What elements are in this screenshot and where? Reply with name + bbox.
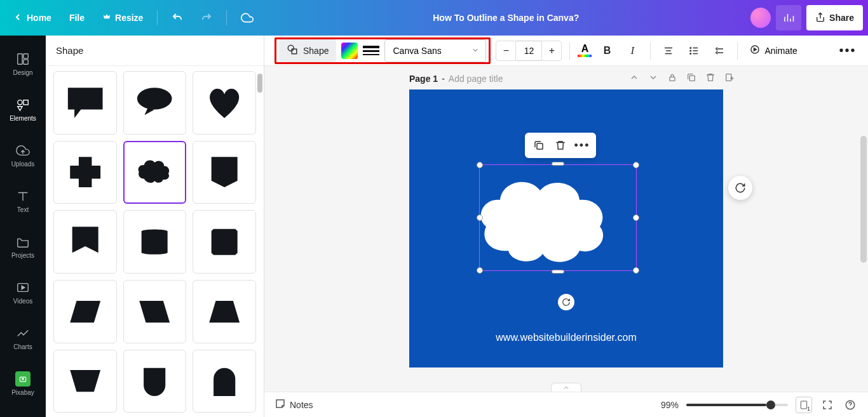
- resize-handle-mr[interactable]: [633, 215, 639, 221]
- align-button[interactable]: [658, 41, 679, 61]
- more-button[interactable]: •••: [837, 41, 858, 61]
- delete-page-button[interactable]: [705, 72, 715, 84]
- list-button[interactable]: [684, 41, 704, 61]
- zoom-controls: 99% 1: [661, 397, 858, 413]
- shape-speech-bubble[interactable]: [123, 71, 187, 135]
- svg-rect-0: [18, 53, 22, 64]
- shape-arch-u[interactable]: [123, 350, 187, 413]
- shape-tool-icon: [287, 44, 298, 57]
- text-color-button[interactable]: A: [578, 44, 592, 57]
- page-count-button[interactable]: 1: [796, 397, 812, 413]
- svg-rect-16: [689, 76, 695, 81]
- sidebar-item-videos[interactable]: Videos: [0, 269, 46, 315]
- rotate-handle[interactable]: [558, 294, 574, 310]
- fill-color-button[interactable]: [341, 43, 358, 59]
- shape-tool-button[interactable]: Shape: [279, 39, 336, 62]
- shape-ribbon[interactable]: [53, 210, 117, 274]
- document-title[interactable]: How To Outline a Shape in Canva?: [261, 13, 750, 23]
- share-label: Share: [829, 13, 854, 23]
- topbar-left: Home File Resize: [5, 5, 261, 30]
- page-separator: -: [442, 74, 445, 84]
- separator: [157, 10, 158, 25]
- delete-element-button[interactable]: [552, 136, 569, 154]
- font-size-decrease[interactable]: −: [496, 41, 516, 61]
- shape-label[interactable]: [123, 210, 187, 274]
- crown-icon: [102, 13, 111, 23]
- home-button[interactable]: Home: [5, 5, 59, 30]
- share-button[interactable]: Share: [806, 5, 863, 30]
- shape-heart[interactable]: [193, 71, 256, 135]
- resize-handle-mb[interactable]: [552, 270, 564, 274]
- shape-arch[interactable]: [193, 350, 256, 413]
- element-float-toolbar: •••: [525, 133, 596, 158]
- animate-button[interactable]: Animate: [745, 44, 801, 57]
- collapse-timeline-tab[interactable]: [551, 383, 581, 392]
- canvas-area[interactable]: Page 1 - Add page title •••: [264, 66, 868, 392]
- file-label: File: [69, 13, 85, 23]
- resize-handle-bl[interactable]: [477, 267, 483, 274]
- regenerate-button[interactable]: [728, 176, 752, 200]
- selection-box[interactable]: [479, 164, 637, 271]
- undo-button[interactable]: [164, 5, 191, 30]
- sidebar-item-elements[interactable]: Elements: [0, 86, 46, 132]
- spacing-button[interactable]: [709, 41, 729, 61]
- sidebar-item-uploads[interactable]: Uploads: [0, 132, 46, 178]
- resize-handle-tl[interactable]: [477, 162, 483, 168]
- sidebar-item-charts[interactable]: Charts: [0, 315, 46, 361]
- sidebar-item-label: Videos: [13, 298, 32, 305]
- zoom-slider[interactable]: [686, 404, 788, 406]
- svg-point-12: [690, 50, 691, 51]
- resize-handle-mt[interactable]: [552, 162, 564, 166]
- shape-parallelogram-right[interactable]: [123, 280, 187, 343]
- zoom-value[interactable]: 99%: [661, 400, 679, 410]
- font-size-increase[interactable]: +: [541, 41, 562, 61]
- bold-button[interactable]: B: [597, 41, 617, 61]
- shape-cloud[interactable]: [123, 141, 187, 204]
- sidebar-item-design[interactable]: Design: [0, 41, 46, 86]
- zoom-slider-thumb[interactable]: [766, 400, 775, 409]
- sidebar-item-text[interactable]: Text: [0, 178, 46, 223]
- resize-handle-tr[interactable]: [633, 162, 639, 168]
- border-style-button[interactable]: [363, 43, 379, 59]
- notes-button[interactable]: Notes: [275, 398, 313, 411]
- design-canvas[interactable]: ••• www.websitebuilderinsider.com: [409, 89, 723, 367]
- duplicate-element-button[interactable]: [530, 136, 548, 154]
- resize-handle-ml[interactable]: [477, 215, 483, 221]
- cloud-sync-button[interactable]: [233, 5, 261, 30]
- shape-shield[interactable]: [193, 141, 256, 204]
- panel-scrollbar[interactable]: [257, 74, 262, 93]
- shape-parallelogram-left[interactable]: [53, 280, 117, 343]
- shape-trapezoid-down[interactable]: [53, 350, 117, 413]
- shape-speech-rect[interactable]: [53, 71, 117, 135]
- sidebar-item-projects[interactable]: Projects: [0, 223, 46, 269]
- videos-icon: [15, 280, 31, 295]
- page-up-button[interactable]: [629, 72, 639, 84]
- fullscreen-button[interactable]: [820, 397, 835, 413]
- sidebar-item-pixabay[interactable]: Pixabay: [0, 361, 46, 406]
- panel-title: Shape: [46, 36, 264, 66]
- italic-button[interactable]: I: [622, 41, 642, 61]
- lock-button[interactable]: [667, 72, 677, 84]
- shape-trapezoid[interactable]: [193, 280, 256, 343]
- svg-point-3: [18, 100, 22, 104]
- file-button[interactable]: File: [62, 5, 92, 30]
- canvas-url-text: www.websitebuilderinsider.com: [409, 332, 723, 343]
- resize-button[interactable]: Resize: [95, 5, 151, 30]
- duplicate-page-button[interactable]: [686, 72, 696, 84]
- insights-button[interactable]: [776, 5, 801, 30]
- shape-plus[interactable]: [53, 141, 117, 204]
- page-down-button[interactable]: [648, 72, 658, 84]
- element-more-button[interactable]: •••: [573, 136, 591, 154]
- panel-body[interactable]: [46, 66, 264, 417]
- shape-ticket[interactable]: [193, 210, 256, 274]
- font-size-input[interactable]: [516, 41, 541, 61]
- page-title-input[interactable]: Add page title: [449, 74, 503, 84]
- help-button[interactable]: [843, 397, 858, 413]
- redo-button[interactable]: [193, 5, 220, 30]
- font-family-select[interactable]: Canva Sans: [384, 39, 486, 62]
- cloud-element[interactable]: [473, 168, 644, 268]
- add-page-button[interactable]: [724, 72, 735, 84]
- user-avatar[interactable]: [750, 8, 771, 28]
- resize-handle-br[interactable]: [633, 267, 639, 274]
- canvas-scrollbar-vertical[interactable]: [860, 136, 867, 263]
